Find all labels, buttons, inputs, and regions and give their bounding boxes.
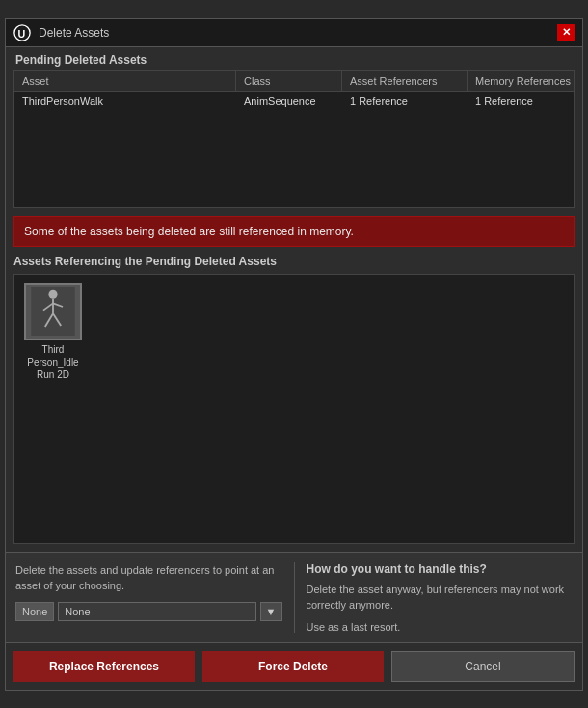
dropdown-arrow-icon: ▼	[260, 602, 282, 621]
pending-section: Pending Deleted Assets Asset Class Asset…	[6, 47, 582, 216]
reference-dropdown[interactable]: None	[58, 602, 255, 621]
table-header-row: Asset Class Asset Referencers Memory Ref…	[14, 71, 574, 92]
close-button[interactable]: ✕	[557, 24, 575, 41]
warning-bar: Some of the assets being deleted are sti…	[13, 216, 575, 247]
referencing-header: Assets Referencing the Pending Deleted A…	[13, 255, 575, 268]
right-note: Use as a last resort.	[307, 621, 574, 633]
cell-asset-referencers: 1 Reference	[342, 92, 468, 111]
right-option: How do you want to handle this? Delete t…	[307, 562, 574, 633]
pending-header: Pending Deleted Assets	[6, 47, 582, 70]
title-bar: U Delete Assets ✕	[6, 19, 582, 47]
dropdown-label: None	[15, 602, 54, 621]
col-asset-referencers: Asset Referencers	[342, 71, 468, 91]
asset-thumbnail[interactable]: ThirdPerson_IdleRun 2D	[22, 283, 84, 381]
right-title: How do you want to handle this?	[307, 562, 574, 576]
dropdown-row: None None ▼	[15, 602, 282, 621]
table-body: ThirdPersonWalk AnimSequence 1 Reference…	[14, 92, 574, 207]
cancel-button[interactable]: Cancel	[391, 651, 575, 682]
thumbnail-image	[24, 283, 82, 340]
svg-text:U: U	[18, 27, 26, 39]
force-delete-button[interactable]: Force Delete	[202, 651, 384, 682]
assets-table: Asset Class Asset Referencers Memory Ref…	[13, 70, 575, 208]
col-class: Class	[236, 71, 342, 91]
cell-class: AnimSequence	[236, 92, 342, 111]
svg-point-3	[48, 289, 57, 298]
cell-memory-references: 1 Reference	[468, 92, 583, 111]
col-memory-references: Memory References	[468, 71, 583, 91]
cell-asset-name: ThirdPersonWalk	[14, 92, 236, 111]
replace-references-button[interactable]: Replace References	[13, 651, 195, 682]
dialog-title: Delete Assets	[39, 26, 109, 40]
title-bar-left: U Delete Assets	[13, 24, 109, 41]
referencing-section: Assets Referencing the Pending Deleted A…	[13, 255, 575, 544]
right-description: Delete the asset anyway, but referencers…	[307, 582, 574, 613]
col-asset: Asset	[14, 71, 236, 91]
bottom-panel: Delete the assets and update referencers…	[6, 552, 582, 642]
assets-grid: ThirdPerson_IdleRun 2D	[13, 274, 575, 544]
buttons-row: Replace References Force Delete Cancel	[6, 642, 582, 690]
ue-logo-icon: U	[13, 24, 31, 41]
left-description: Delete the assets and update referencers…	[15, 562, 282, 594]
panel-divider	[294, 562, 295, 633]
dialog-window: U Delete Assets ✕ Pending Deleted Assets…	[5, 18, 583, 691]
table-row: ThirdPersonWalk AnimSequence 1 Reference…	[14, 92, 574, 111]
left-option: Delete the assets and update referencers…	[15, 562, 282, 633]
asset-label: ThirdPerson_IdleRun 2D	[27, 343, 78, 381]
